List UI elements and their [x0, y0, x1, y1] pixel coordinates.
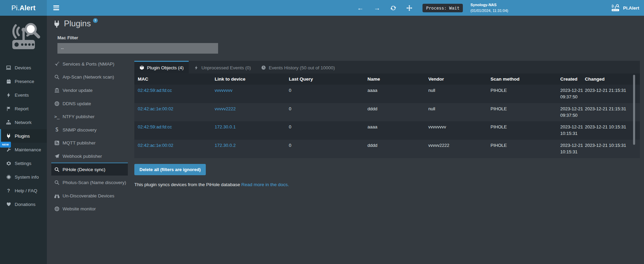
plugin-nav-label: Arp-Scan (Network scan)	[63, 74, 114, 80]
mac-link[interactable]: 02:42:59:ad:fd:cc	[138, 88, 172, 93]
refresh-icon[interactable]	[390, 5, 396, 11]
docs-link[interactable]: Read more in the docs.	[241, 182, 289, 187]
sidebar-item-label: Help / FAQ	[15, 188, 37, 193]
sidebar-item-settings[interactable]: Settings	[0, 156, 47, 170]
scan-method-cell: PIHOLE	[487, 140, 560, 158]
vendor-cell: vvvvvvvv	[425, 121, 487, 140]
bank-icon	[54, 88, 59, 93]
tab-unprocessed-events[interactable]: Unprocessed Events (0)	[189, 61, 256, 73]
plugin-nav-ntfy[interactable]: >_ NTFY publisher	[51, 110, 128, 123]
sidebar-item-network[interactable]: Network	[0, 115, 47, 129]
tab-plugin-objects[interactable]: Plugin Objects (4)	[134, 61, 189, 73]
scan-method-cell: PIHOLE	[487, 85, 560, 103]
sidebar-item-report[interactable]: Report	[0, 102, 47, 115]
stripe-s-icon: S	[54, 127, 59, 133]
plugin-nav-undiscoverable[interactable]: Un-Discoverable Devices	[51, 189, 128, 202]
last-query-cell: 0	[285, 85, 364, 103]
created-cell: 2023-12-21 09:37:50	[560, 85, 584, 103]
plugin-objects-table: MAC Link to device Last Query Name Vendo…	[134, 73, 640, 158]
sidebar-item-label: Maintenance	[15, 147, 41, 152]
paper-plane-icon	[54, 154, 59, 159]
plugin-nav-arp-scan[interactable]: Arp-Scan (Network scan)	[51, 70, 128, 84]
plugin-nav-mqtt[interactable]: MQTT publisher	[51, 136, 128, 150]
changed-cell: 2023-12-21 10:15:31	[584, 121, 640, 140]
sidebar-item-devices[interactable]: Devices	[0, 61, 47, 74]
table-scrollbar[interactable]	[633, 75, 635, 145]
laptop-icon	[6, 65, 11, 70]
plugin-nav-webhook[interactable]: Webhook publisher	[51, 149, 128, 163]
changed-cell: 2023-12-21 21:15:31	[584, 103, 640, 122]
host-time: (01/01/2024, 11:31:04)	[470, 8, 508, 14]
device-link[interactable]: vvvvvvvv	[215, 88, 232, 93]
plugin-nav-label: Services & Ports (NMAP)	[63, 61, 115, 67]
tab-events-history[interactable]: Events History (50 out of 10000)	[256, 61, 340, 73]
mac-link[interactable]: 02:42:59:ad:fd:cc	[138, 124, 172, 129]
plugin-nav-website-monitor[interactable]: Website monitor	[51, 202, 128, 216]
plugin-nav-label: Vendor update	[63, 88, 93, 93]
plugin-nav-label: Website monitor	[63, 206, 96, 211]
top-right-brand: Pi.Alert	[611, 4, 639, 12]
sidebar-item-donations[interactable]: Donations	[0, 197, 47, 211]
sidebar-toggle-icon[interactable]	[49, 0, 63, 16]
plugin-nav-label: NTFY publisher	[63, 114, 95, 119]
col-header-vendor: Vendor	[425, 73, 487, 85]
router-scan-icon	[611, 4, 620, 12]
plugin-nav-snmp[interactable]: S SNMP discovery	[51, 123, 128, 136]
plugin-description-text: This plugin syncs devices from the PiHol…	[134, 182, 241, 187]
created-cell: 2023-12-21 09:37:50	[560, 103, 584, 122]
process-status-badge: Process: Wait	[422, 4, 463, 12]
move-arrows-icon[interactable]	[406, 5, 412, 11]
plugin-nav-pholus[interactable]: Pholus-Scan (Name discovery)	[51, 176, 128, 189]
plugin-nav-nmap[interactable]: Services & Ports (NMAP)	[51, 57, 128, 70]
table-row: 02:42:59:ad:fd:cc 172.30.0.1 0 aaaa vvvv…	[134, 121, 640, 140]
top-header: Pi.Alert ← → Process: Wait Synology-NAS …	[0, 0, 644, 16]
sitemap-icon	[6, 120, 11, 125]
sidebar-item-label: Settings	[15, 161, 31, 166]
sidebar-item-label: Devices	[15, 65, 31, 70]
plugin-nav-label: DDNS update	[63, 101, 91, 106]
device-link[interactable]: 172.30.0.2	[215, 143, 236, 148]
brand-text-bold: Alert	[19, 4, 36, 12]
table-row: 02:42:ac:1e:00:02 172.30.0.2 0 dddd vvvv…	[134, 140, 640, 158]
name-cell: aaaa	[364, 121, 425, 140]
mac-filter-input[interactable]	[57, 43, 218, 54]
plugin-nav-pihole[interactable]: PiHole (Device sync)	[51, 163, 128, 176]
col-header-link: Link to device	[211, 73, 285, 85]
main-content: Plugins ? Mac Filter Services & Ports (N…	[47, 16, 644, 264]
sidebar-item-events[interactable]: Events	[0, 88, 47, 102]
sidebar-item-system-info[interactable]: System info	[0, 170, 47, 184]
gear-icon	[6, 161, 11, 166]
scan-method-cell: PIHOLE	[487, 103, 560, 122]
sidebar-item-presence[interactable]: Presence	[0, 74, 47, 88]
col-header-changed: Changed	[584, 73, 640, 85]
plugin-nav-label: Pholus-Scan (Name discovery)	[63, 180, 126, 185]
tab-label: Unprocessed Events (0)	[201, 65, 251, 70]
sidebar-item-plugins[interactable]: Plugins	[0, 129, 47, 143]
table-row: 02:42:59:ad:fd:cc vvvvvvvv 0 aaaa null P…	[134, 85, 640, 103]
question-icon: ?	[6, 188, 11, 193]
sidebar-item-help-faq[interactable]: ? Help / FAQ	[0, 184, 47, 197]
device-link[interactable]: 172.30.0.1	[215, 124, 236, 129]
globe-icon	[54, 206, 59, 211]
page-title-text: Plugins	[64, 19, 91, 28]
tab-label: Plugin Objects (4)	[147, 65, 184, 70]
binoculars-icon	[54, 193, 59, 198]
plugin-nav-vendor-update[interactable]: Vendor update	[51, 83, 128, 97]
name-cell: dddd	[364, 103, 425, 122]
page-head: Plugins ? Mac Filter	[47, 16, 644, 54]
delete-all-button[interactable]: Delete all (filters are ignored)	[134, 164, 206, 175]
sidebar-logo	[0, 16, 47, 56]
wrench-icon	[6, 147, 11, 152]
mac-link[interactable]: 02:42:ac:1e:00:02	[138, 143, 173, 148]
app-logo[interactable]: Pi.Alert	[0, 0, 47, 16]
forward-arrow-icon[interactable]: →	[374, 5, 380, 11]
rss-square-icon	[54, 140, 59, 145]
mac-link[interactable]: 02:42:ac:1e:00:02	[138, 106, 173, 111]
plugin-nav-ddns-update[interactable]: DDNS update	[51, 97, 128, 110]
brand-text-light: Pi.	[11, 4, 19, 12]
help-badge[interactable]: ?	[93, 18, 98, 23]
content-row: Services & Ports (NMAP) Arp-Scan (Networ…	[51, 57, 640, 264]
back-arrow-icon[interactable]: ←	[357, 5, 363, 11]
sidebar: Devices Presence Events Report Network P…	[0, 16, 47, 264]
device-link[interactable]: vvvvv2222	[215, 106, 236, 111]
